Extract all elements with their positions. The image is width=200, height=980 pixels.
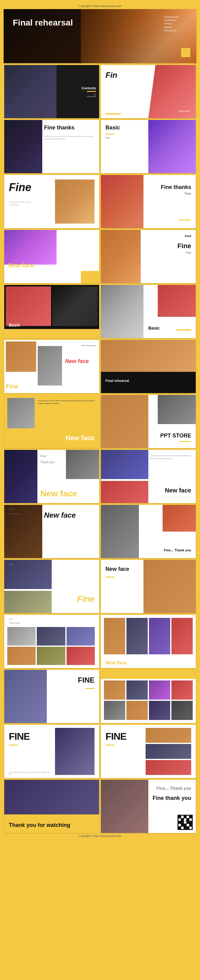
slide-10b-photo2 [163,505,196,531]
slide-4b: Fine thanks Fine [101,175,196,228]
slide-14b-p3 [146,760,191,775]
slide-10a-title2: rehearsal [9,512,19,515]
slide-9b-photo [101,450,148,479]
slide-10b-title: Fine... Thank you [164,548,191,552]
slide-15b-title: Fine... Thank you [157,786,191,791]
slide-12b-p4 [171,618,193,654]
slide-11a-title: Fine [9,563,14,566]
slide-15b-big: Fine thank you [153,795,191,801]
slide-14b: FINE [101,725,196,778]
slide-2b-title: Fin [106,70,117,80]
slide-8b-yellow [179,441,191,442]
slide-12a-p2 [37,627,65,646]
slide-13b-p6 [126,701,148,720]
slide-1-text: Final rehearsal [13,18,73,28]
slide-13a: FINE [4,670,99,723]
slide-14a-text: Lorem ipsum dolor sit amet consectetur a… [9,771,51,775]
slide-12a-p4 [7,647,35,665]
slide-13b-p2 [126,681,148,700]
slide-row-1: Final rehearsal 01/background02/statemen… [4,9,196,63]
slide-6b-photo-right [158,285,196,317]
slide-2a-number: 02 [82,93,96,95]
slide-6b-photo-left [101,285,144,338]
slide-14b-p2 [146,744,191,759]
slide-row-7: Fine New face Fine Thank you Final rehea… [4,340,196,393]
slide-12a-p5 [37,647,65,665]
slide-7b-bottom [101,372,196,393]
slide-6b: Basic [101,285,196,338]
slide-12b-p3 [149,618,170,654]
slide-8b: PPT STORE [101,395,196,448]
slide-11b-title: New face [106,566,129,572]
slide-14b-p1 [146,728,191,743]
slide-10b-photo [101,505,139,558]
slide-9a-photo2 [66,450,99,479]
slide-3b-yellow [106,134,115,135]
slide-15a: Thank you for watching [4,780,99,833]
slide-1: Final rehearsal 01/background02/statemen… [4,9,196,63]
slide-13a-title: FINE [78,676,94,684]
slide-2b-yellow [106,113,121,115]
slide-7a-photo [6,342,36,372]
slide-row-11: Fine Fine New face [4,560,196,613]
slide-4b-photo [101,175,144,228]
slide-15b-qr [178,815,193,830]
slide-12a-title: Fin... [9,618,14,620]
slide-2a-photo [4,65,56,118]
slide-8a-title: New face [66,434,94,442]
slide-row-5: New face Final Fine Fine [4,230,196,283]
slide-4b-title: Fine thanks [161,184,191,191]
slide-3b: Basic Fine [101,120,196,173]
slide-15a-photo [4,780,99,815]
slide-12a-p1 [7,627,35,646]
slide-12a-photos [7,627,96,665]
slide-9b: Lorem ipsum dolor sit amet consectetur a… [101,450,196,503]
slide-4b-yellow [179,220,191,221]
slide-13b-p7 [149,701,170,720]
slide-4a-text: Lorem ipsum dolor sit amet consectetur [9,201,39,206]
slide-14b-title: FINE [106,731,126,742]
slide-8a-text: Lorem ipsum dolor sit amet consectetur a… [38,399,96,405]
slide-12a: Fin... Thank you [4,615,99,668]
slide-3b-title: Basic [106,124,120,131]
slide-6a-photo2 [52,286,98,326]
slide-12a-title2: Thank you [9,622,20,624]
slide-12a-p3 [67,627,95,646]
slide-12b-p2 [126,618,148,654]
slide-7b-title: Final rehearsal [106,379,129,382]
slide-14b-yellow [106,745,115,746]
slide-13b [101,670,196,723]
slide-8a: Lorem ipsum dolor sit amet consectetur a… [4,395,99,448]
slide-4b-sub: Fine [185,192,191,195]
slide-9a-title2: Thank you [40,461,55,464]
slide-1-title: Final rehearsal [13,18,73,28]
slide-13b-p3 [149,681,170,700]
slide-row-6: Basic Basic [4,285,196,338]
slide-3b-photo [148,120,196,173]
slide-13b-photos [104,681,193,720]
slide-5b-title-top: Final [185,234,191,237]
slide-11a-big: Fine [77,594,94,604]
slide-row-4: Fine Lorem ipsum dolor sit amet consecte… [4,175,196,228]
slide-14a-photo [55,728,94,775]
slide-7a-title: Fine [6,383,18,390]
slide-13b-p8 [171,701,193,720]
slide-10a: Final rehearsal New face [4,505,99,558]
slide-5b-photo [101,230,141,283]
slide-5b-sub: Fine [186,251,191,254]
slide-2b: Fin background [101,65,196,118]
slide-3a: Fine thanks Lorem ipsum dolor sit amet c… [4,120,99,173]
slide-13b-p5 [104,701,125,720]
slide-row-2: Contents 02 statement Fin background [4,65,196,118]
slide-9b-title: New face [165,487,191,494]
slide-7b: Final rehearsal [101,340,196,393]
slide-2a-text: Contents 02 statement [82,86,96,97]
slide-15a-title: Thank you for watching [9,822,70,829]
copyright-top: Copyright © http://www.pptstore.net [0,3,200,9]
slide-9b-text: Lorem ipsum dolor sit amet consectetur a… [150,455,193,460]
slide-15b-photo [101,780,148,833]
slide-11b-photo [144,560,196,613]
slide-11a: Fine Fine [4,560,99,613]
slide-4a-photo [55,180,94,224]
slide-14a-title: FINE [9,731,30,742]
